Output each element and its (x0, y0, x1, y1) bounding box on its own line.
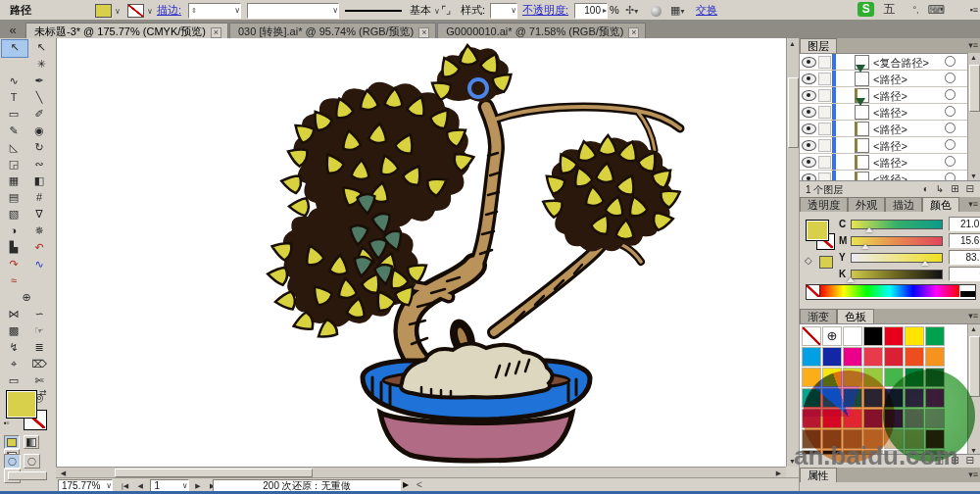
swatch-registration[interactable]: ⊕ (822, 326, 842, 346)
layer-row[interactable]: <复合路径> (800, 54, 980, 71)
swatch-color[interactable] (843, 388, 862, 408)
eraser-tool[interactable]: ◺ (1, 139, 26, 156)
scroll-up-icon[interactable]: ▲ (787, 40, 798, 47)
chevron-down-icon[interactable]: ∨ (234, 4, 240, 18)
lock-column[interactable] (818, 73, 831, 85)
tab-overflow-icon[interactable]: « (0, 23, 25, 37)
delete-layer-icon[interactable]: ⊟ (966, 181, 974, 197)
warp-tool[interactable]: ≈ (1, 272, 26, 289)
swatch-color[interactable] (843, 368, 862, 387)
lock-column[interactable] (818, 56, 831, 69)
mesh-tool[interactable]: # (26, 189, 52, 206)
slider-thumb[interactable] (865, 227, 873, 232)
layer-row[interactable]: <路径> (800, 154, 980, 171)
free-transform-tool[interactable]: ▦ (1, 173, 26, 189)
punct-icon[interactable]: °, (912, 5, 918, 15)
swatch-color[interactable] (905, 347, 924, 367)
target-circle-icon[interactable] (945, 89, 956, 100)
new-sublayer-icon[interactable]: ↳ (936, 181, 944, 197)
default-fill-stroke-icon[interactable]: ▪▫ (4, 419, 10, 427)
swatch-color[interactable] (925, 429, 945, 449)
tab-swatch-1[interactable]: 渐变 (800, 309, 837, 323)
swatch-color[interactable] (884, 388, 904, 408)
layer-label[interactable]: <路径> (873, 139, 907, 154)
swatch-color[interactable] (863, 326, 883, 346)
black-white-swatches[interactable] (960, 285, 975, 297)
measure-tool[interactable]: ⌖ (1, 356, 26, 372)
options-lines-tool[interactable]: ≣ (26, 339, 52, 356)
tab-layers[interactable]: 图层 (800, 38, 837, 53)
close-icon[interactable]: × (628, 27, 639, 38)
layer-label[interactable]: <路径> (873, 156, 907, 171)
scroll-left-icon[interactable]: ◀ (58, 469, 69, 477)
rotate-tool[interactable]: ↻ (26, 139, 52, 156)
scrollbar-thumb[interactable] (969, 65, 980, 112)
eyedropper-tool[interactable]: ∇ (26, 206, 52, 222)
lasso-tool[interactable]: ∿ (1, 73, 26, 89)
lock-column[interactable] (818, 139, 831, 152)
scrollbar-thumb[interactable] (788, 77, 799, 148)
layers-scrollbar[interactable]: ▲ ▼ (967, 53, 980, 180)
chevron-down-icon[interactable]: ∨ (115, 7, 121, 16)
recolor-artwork-icon[interactable] (651, 3, 662, 17)
layer-label[interactable]: <路径> (873, 89, 907, 104)
scrollbar-thumb[interactable] (115, 469, 313, 477)
zigzag-tool[interactable]: ↯ (1, 339, 26, 356)
swatch-libraries-icon[interactable]: ◫ (935, 455, 944, 466)
center-target-tool[interactable]: ⊕ (1, 289, 52, 306)
pen-tool[interactable]: ✒ (26, 73, 52, 89)
variable-width-preview[interactable] (345, 3, 402, 17)
swatch-color[interactable] (863, 388, 883, 408)
slider-thumb[interactable] (921, 261, 929, 266)
chevron-down-icon[interactable]: ∨ (511, 4, 516, 18)
layer-label[interactable]: <复合路径> (873, 56, 929, 71)
selection-tool[interactable]: ↖ (1, 39, 28, 58)
scroll-down-icon[interactable]: ▼ (787, 458, 798, 465)
visibility-eye-icon[interactable] (802, 157, 816, 168)
gesture-tool[interactable]: ☞ (26, 322, 52, 339)
stroke-link[interactable]: 描边: (157, 3, 181, 17)
align-grid-icon[interactable]: ▦▾ (670, 3, 684, 17)
gradient-tool[interactable]: ▧ (1, 206, 26, 222)
swatch-color[interactable] (925, 388, 945, 408)
stroke-color-combo[interactable]: ∨ (127, 3, 153, 17)
layer-row[interactable]: <路径> (800, 104, 980, 121)
swatch-color[interactable] (802, 409, 821, 428)
swatch-color[interactable] (863, 429, 883, 449)
visibility-eye-icon[interactable] (802, 140, 816, 151)
symbol-sprayer-tool[interactable]: ✵ (26, 222, 52, 239)
keyboard-icon[interactable]: ⌨ (928, 3, 945, 17)
panel-menu-icon[interactable]: ▾≡ (968, 469, 978, 479)
path-eraser-tool[interactable]: ⌦ (26, 356, 52, 372)
swatch-color[interactable] (843, 347, 862, 367)
canvas-area[interactable] (56, 38, 787, 467)
chevron-down-icon[interactable]: ∨ (147, 7, 153, 16)
swatch-color[interactable] (822, 388, 842, 408)
swatch-color[interactable] (863, 409, 883, 428)
channel-value-M[interactable]: 15.63 (949, 233, 980, 248)
swatch-color[interactable] (884, 368, 904, 387)
scroll-up-icon[interactable]: ▲ (968, 325, 979, 332)
scroll-down-icon[interactable]: ▼ (968, 173, 979, 179)
ime-mode-label[interactable]: 五 (883, 1, 895, 18)
swatch-color[interactable] (905, 368, 924, 387)
new-layer-icon[interactable]: ⊞ (951, 181, 958, 197)
blob-brush-tool[interactable]: ◉ (26, 123, 52, 139)
tab-inspector-3[interactable]: 描边 (885, 197, 922, 212)
paintbrush-tool[interactable]: ✐ (26, 106, 52, 123)
lock-column[interactable] (818, 106, 831, 119)
swatch-color[interactable] (925, 326, 945, 346)
spectrum-gradient[interactable] (820, 285, 959, 297)
gradient-mode-button[interactable] (24, 435, 39, 449)
wave-tool[interactable]: ∽ (26, 306, 52, 322)
status-expand-icon[interactable]: ▶ (403, 479, 409, 491)
swatch-color[interactable] (925, 368, 945, 387)
delete-swatch-icon[interactable]: ⊟ (966, 455, 974, 466)
target-circle-icon[interactable] (945, 156, 956, 167)
target-circle-icon[interactable] (945, 73, 956, 83)
brush-stroke-combo[interactable]: 基本 ∨ (410, 3, 440, 17)
channel-value-C[interactable]: 21.09 (949, 217, 980, 231)
slider-thumb[interactable] (847, 277, 855, 282)
swap-fill-stroke-icon[interactable]: ⇄ (39, 388, 47, 398)
swatch-color[interactable] (843, 326, 862, 346)
